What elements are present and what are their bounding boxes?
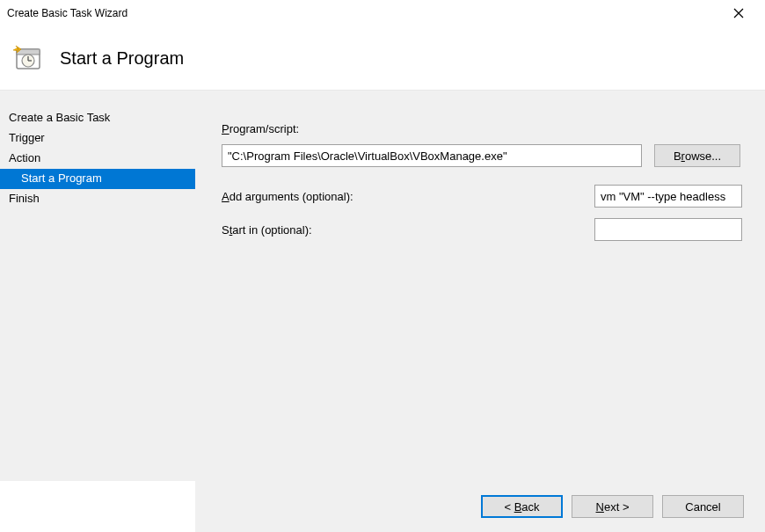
startin-input[interactable] [594, 218, 742, 241]
browse-button[interactable]: Browse... [654, 144, 740, 167]
sidebar-item-finish[interactable]: Finish [0, 189, 195, 209]
program-label: Program/script: [222, 122, 299, 135]
program-input[interactable] [222, 144, 642, 167]
wizard-sidebar: Create a Basic Task Trigger Action Start… [0, 91, 195, 481]
close-button[interactable] [718, 1, 758, 26]
back-button[interactable]: < Back [481, 495, 563, 518]
arguments-label: Add arguments (optional): [222, 190, 353, 203]
wizard-title: Start a Program [60, 48, 184, 69]
wizard-footer: < Back Next > Cancel [195, 481, 765, 532]
cancel-button[interactable]: Cancel [662, 495, 744, 518]
wizard-form: Program/script: Browse... Add arguments … [195, 91, 765, 481]
wizard-icon [12, 42, 44, 74]
close-icon [733, 8, 744, 18]
sidebar-item-trigger[interactable]: Trigger [0, 128, 195, 149]
arguments-input[interactable] [594, 185, 742, 208]
window-title: Create Basic Task Wizard [7, 7, 718, 19]
title-bar: Create Basic Task Wizard [0, 0, 765, 26]
sidebar-item-start-program[interactable]: Start a Program [0, 169, 195, 189]
wizard-header: Start a Program [0, 26, 765, 90]
sidebar-item-action[interactable]: Action [0, 149, 195, 169]
sidebar-item-create-task[interactable]: Create a Basic Task [0, 108, 195, 128]
startin-label: Start in (optional): [222, 223, 312, 237]
content-area: Create a Basic Task Trigger Action Start… [0, 90, 765, 481]
next-button[interactable]: Next > [572, 495, 653, 518]
